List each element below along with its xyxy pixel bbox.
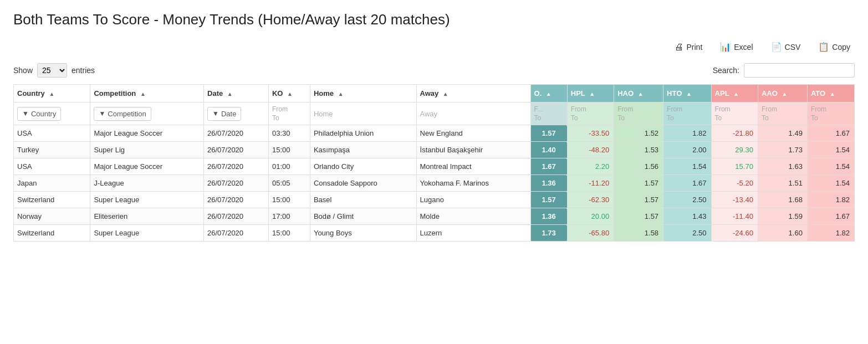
sort-arrow-away: ▲	[443, 91, 448, 97]
col-home[interactable]: Home ▲	[310, 85, 416, 102]
o-from-to: F... To	[534, 105, 564, 122]
copy-button[interactable]: 📋 Copy	[814, 39, 855, 54]
cell-ko: 15:00	[268, 142, 310, 158]
filter-hao: From To	[614, 102, 663, 125]
cell-o: 1.67	[530, 158, 567, 175]
cell-hpl: -62.30	[567, 192, 614, 208]
filter-hpl: From To	[567, 102, 614, 125]
cell-o: 1.73	[530, 225, 567, 242]
sort-arrow-date: ▲	[227, 91, 233, 97]
sort-arrow-hao: ▲	[638, 91, 644, 97]
cell-ato: 1.54	[807, 175, 854, 192]
cell-date: 26/07/2020	[204, 158, 269, 175]
cell-hpl: -11.20	[567, 175, 614, 192]
cell-aao: 1.73	[758, 142, 807, 158]
sort-arrow-ato: ▲	[830, 91, 835, 97]
cell-hpl: 2.20	[567, 158, 614, 175]
col-hto[interactable]: HTO ▲	[663, 85, 711, 102]
cell-date: 26/07/2020	[204, 142, 269, 158]
col-competition[interactable]: Competition ▲	[90, 85, 204, 102]
apl-from-to: From To	[715, 105, 754, 122]
filter-competition[interactable]: ▼ Competition	[90, 102, 204, 125]
filter-aao: From To	[758, 102, 807, 125]
hpl-from-to: From To	[571, 105, 610, 122]
cell-ato: 1.54	[807, 158, 854, 175]
col-date[interactable]: Date ▲	[204, 85, 269, 102]
cell-o: 1.57	[530, 192, 567, 208]
cell-ko: 17:00	[268, 208, 310, 225]
print-label: Print	[686, 43, 702, 52]
cell-apl: -24.60	[711, 225, 758, 242]
col-ko[interactable]: KO ▲	[268, 85, 310, 102]
show-label: Show	[13, 66, 33, 75]
cell-date: 26/07/2020	[204, 125, 269, 142]
hto-from: From	[667, 105, 707, 114]
col-away[interactable]: Away ▲	[416, 85, 530, 102]
excel-label: Excel	[734, 43, 753, 52]
cell-competition: Super League	[90, 192, 204, 208]
hto-from-to: From To	[667, 105, 707, 122]
filter-competition-btn[interactable]: ▼ Competition	[94, 107, 151, 121]
cell-competition: J-League	[90, 175, 204, 192]
cell-o: 1.40	[530, 142, 567, 158]
cell-hto: 2.50	[663, 225, 711, 242]
cell-aao: 1.60	[758, 225, 807, 242]
data-table: Country ▲ Competition ▲ Date ▲ KO ▲ Home…	[13, 84, 855, 242]
col-hpl[interactable]: HPL ▲	[567, 85, 614, 102]
excel-button[interactable]: 📊 Excel	[716, 39, 757, 54]
cell-home: Bodø / Glimt	[310, 208, 416, 225]
csv-button[interactable]: 📄 CSV	[767, 39, 805, 54]
ko-to: To	[272, 114, 307, 122]
filter-home: Home	[310, 102, 416, 125]
col-hao[interactable]: HAO ▲	[614, 85, 663, 102]
print-icon: 🖨	[675, 42, 683, 52]
filter-date[interactable]: ▼ Date	[204, 102, 269, 125]
col-aao[interactable]: AAO ▲	[758, 85, 807, 102]
print-button[interactable]: 🖨 Print	[670, 40, 707, 54]
hpl-to: To	[571, 114, 610, 122]
entries-select[interactable]: 10 25 50 100	[37, 63, 67, 78]
cell-away: New England	[416, 125, 530, 142]
col-apl[interactable]: APL ▲	[711, 85, 758, 102]
search-box: Search:	[713, 63, 855, 78]
toolbar: 🖨 Print 📊 Excel 📄 CSV 📋 Copy	[13, 39, 855, 54]
filter-country[interactable]: ▼ Country	[14, 102, 90, 125]
sort-arrow-country: ▲	[49, 91, 54, 97]
cell-competition: Major League Soccer	[90, 158, 204, 175]
col-o[interactable]: O. ▲	[530, 85, 567, 102]
cell-ko: 15:00	[268, 192, 310, 208]
cell-hao: 1.53	[614, 142, 663, 158]
filter-ato: From To	[807, 102, 854, 125]
cell-home: Young Boys	[310, 225, 416, 242]
sort-arrow-apl: ▲	[733, 91, 739, 97]
cell-hto: 1.43	[663, 208, 711, 225]
cell-hao: 1.58	[614, 225, 663, 242]
cell-hto: 1.82	[663, 125, 711, 142]
ato-from: From	[811, 105, 851, 114]
col-country[interactable]: Country ▲	[14, 85, 90, 102]
ato-to: To	[811, 114, 851, 122]
table-row: Switzerland Super League 26/07/2020 15:0…	[14, 225, 855, 242]
search-input[interactable]	[744, 63, 855, 78]
cell-country: Switzerland	[14, 225, 90, 242]
cell-apl: -5.20	[711, 175, 758, 192]
filter-icon-country: ▼	[22, 110, 29, 117]
cell-home: Philadelphia Union	[310, 125, 416, 142]
cell-ko: 15:00	[268, 225, 310, 242]
cell-away: Luzern	[416, 225, 530, 242]
csv-icon: 📄	[771, 42, 782, 52]
cell-ko: 03:30	[268, 125, 310, 142]
header-row: Country ▲ Competition ▲ Date ▲ KO ▲ Home…	[14, 85, 855, 102]
col-ato[interactable]: ATO ▲	[807, 85, 854, 102]
cell-competition: Major League Soccer	[90, 125, 204, 142]
filter-country-btn[interactable]: ▼ Country	[17, 107, 61, 121]
aao-from: From	[762, 105, 804, 114]
filter-date-btn[interactable]: ▼ Date	[207, 107, 241, 121]
filter-away: Away	[416, 102, 530, 125]
search-label: Search:	[713, 66, 739, 75]
csv-label: CSV	[785, 43, 801, 52]
cell-home: Basel	[310, 192, 416, 208]
aao-from-to: From To	[762, 105, 804, 122]
cell-date: 26/07/2020	[204, 225, 269, 242]
sort-arrow-o: ▲	[546, 91, 552, 97]
